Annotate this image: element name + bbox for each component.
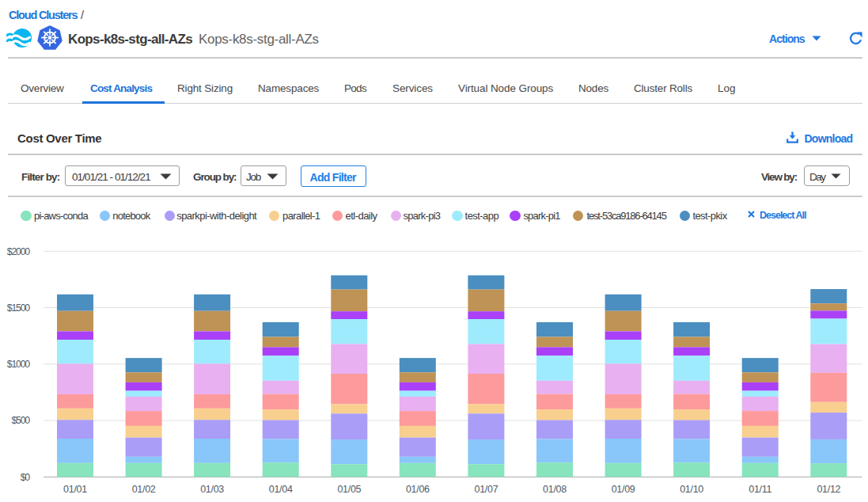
svg-text:$0: $0 bbox=[21, 472, 31, 483]
svg-text:01/04: 01/04 bbox=[269, 484, 293, 495]
svg-text:01/09: 01/09 bbox=[612, 484, 635, 495]
svg-text:01/08: 01/08 bbox=[543, 484, 567, 495]
svg-text:01/07: 01/07 bbox=[475, 484, 498, 495]
svg-text:01/11: 01/11 bbox=[749, 484, 771, 495]
svg-text:01/06: 01/06 bbox=[406, 484, 430, 495]
svg-text:$500: $500 bbox=[11, 415, 30, 426]
svg-text:01/03: 01/03 bbox=[200, 484, 224, 495]
svg-text:$2000: $2000 bbox=[7, 246, 31, 257]
svg-text:01/02: 01/02 bbox=[132, 484, 156, 495]
svg-text:01/10: 01/10 bbox=[680, 484, 703, 495]
svg-text:01/05: 01/05 bbox=[337, 484, 361, 495]
svg-text:01/12: 01/12 bbox=[817, 484, 840, 495]
svg-text:$1000: $1000 bbox=[7, 359, 31, 370]
svg-text:$1500: $1500 bbox=[7, 302, 31, 314]
svg-text:01/01: 01/01 bbox=[63, 484, 87, 495]
